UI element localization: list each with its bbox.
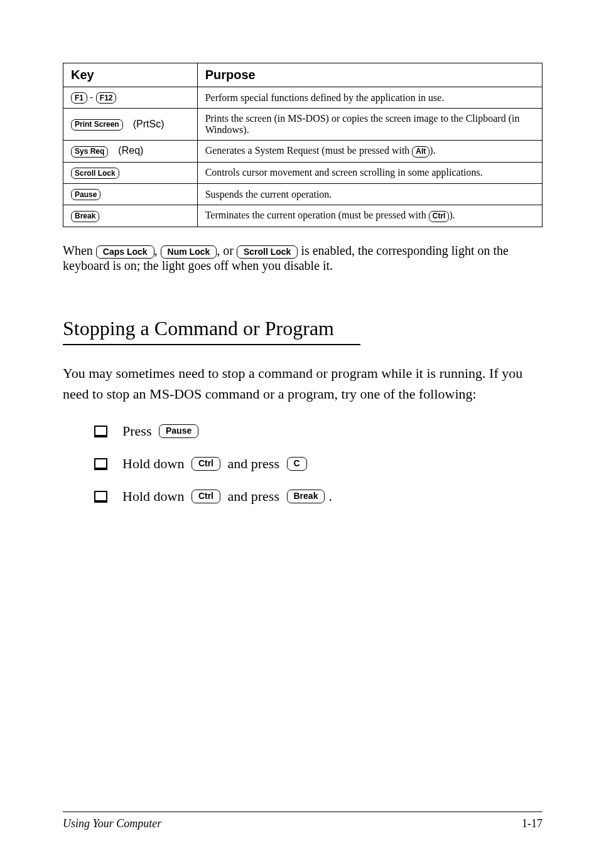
- list-item: Hold down Ctrl and press C: [63, 456, 542, 472]
- key-cell: Scroll Lock: [63, 162, 198, 183]
- section-body: You may sometimes need to stop a command…: [63, 363, 542, 404]
- list-item: Hold down Ctrl and press Break.: [63, 488, 542, 505]
- table-row: Scroll Lock Controls cursor movement and…: [63, 162, 542, 183]
- keycap-pause: Pause: [159, 424, 198, 438]
- bullet-pre: Hold down: [122, 456, 188, 472]
- section-heading: Stopping a Command or Program: [63, 317, 360, 345]
- keycap-f1: F1: [71, 92, 87, 104]
- bullet-mid: and press: [224, 456, 283, 472]
- bullet-text: Press Pause: [122, 423, 202, 439]
- col-header-purpose: Purpose: [197, 63, 542, 87]
- keycap-c: C: [287, 457, 307, 471]
- keycap-ctrl: Ctrl: [429, 211, 450, 222]
- keycap-num-lock: Num Lock: [161, 245, 217, 259]
- keycap-ctrl: Ctrl: [192, 457, 220, 471]
- keycap-break: Break: [287, 490, 325, 503]
- key-extra: (Req): [118, 145, 143, 156]
- table-row: F1 - F12 Perform special functions defin…: [63, 87, 542, 109]
- key-cell: Break: [63, 205, 198, 227]
- keycap-scroll-lock: Scroll Lock: [71, 168, 119, 179]
- desc-cell: Controls cursor movement and screen scro…: [197, 162, 542, 183]
- desc-cell: Generates a System Request (must be pres…: [197, 141, 542, 163]
- bullet-icon: [94, 426, 107, 437]
- table-header-row: Key Purpose: [63, 63, 542, 87]
- keycap-print-screen: Print Screen: [71, 119, 123, 131]
- bullet-pre: Press: [122, 423, 155, 439]
- table-row: Print Screen (PrtSc) Prints the screen (…: [63, 109, 542, 141]
- key-cell: Pause: [63, 184, 198, 205]
- note-pre: When: [63, 244, 96, 257]
- page-footer: Using Your Computer 1-17: [63, 812, 542, 830]
- desc-cell: Terminates the current operation (must b…: [197, 205, 542, 227]
- keycap-scroll-lock: Scroll Lock: [237, 245, 298, 259]
- desc-text-post: ).: [449, 210, 455, 220]
- note-sep2: , or: [217, 244, 237, 257]
- bullet-icon: [94, 491, 107, 503]
- desc-text-pre: Terminates the current operation (must b…: [205, 210, 429, 220]
- note-sep1: ,: [154, 244, 161, 257]
- keycap-break: Break: [71, 211, 99, 222]
- key-cell: F1 - F12: [63, 87, 198, 109]
- key-separator: -: [90, 92, 96, 102]
- page: Key Purpose F1 - F12 Perform special fun…: [0, 0, 599, 868]
- desc-text-pre: Generates a System Request (must be pres…: [205, 145, 413, 156]
- keycap-caps-lock: Caps Lock: [96, 245, 154, 259]
- bullet-icon: [94, 458, 107, 470]
- bullet-list: Press Pause Hold down Ctrl and press C H…: [63, 423, 542, 505]
- list-item: Press Pause: [63, 423, 542, 439]
- table-row: Sys Req (Req) Generates a System Request…: [63, 141, 542, 163]
- keycap-f12: F12: [96, 92, 117, 104]
- key-cell: Sys Req (Req): [63, 141, 198, 163]
- keycap-ctrl: Ctrl: [192, 490, 220, 503]
- footer-left: Using Your Computer: [63, 817, 161, 830]
- desc-cell: Prints the screen (in MS-DOS) or copies …: [197, 109, 542, 141]
- keycap-pause: Pause: [71, 189, 100, 200]
- desc-cell: Suspends the current operation.: [197, 184, 542, 205]
- key-cell: Print Screen (PrtSc): [63, 109, 198, 141]
- bullet-text: Hold down Ctrl and press C: [122, 456, 311, 472]
- table-row: Pause Suspends the current operation.: [63, 184, 542, 205]
- col-header-key: Key: [63, 63, 198, 87]
- note-paragraph: When Caps Lock, Num Lock, or Scroll Lock…: [63, 244, 542, 273]
- footer-right: 1-17: [522, 817, 542, 830]
- keycap-alt: Alt: [412, 146, 429, 158]
- key-extra: (PrtSc): [133, 119, 165, 129]
- bullet-mid: and press: [224, 488, 283, 505]
- desc-cell: Perform special functions defined by the…: [197, 87, 542, 109]
- desc-text-post: ).: [429, 145, 435, 156]
- keys-table: Key Purpose F1 - F12 Perform special fun…: [63, 63, 542, 227]
- bullet-text: Hold down Ctrl and press Break.: [122, 488, 332, 505]
- table-row: Break Terminates the current operation (…: [63, 205, 542, 227]
- keycap-sys-req: Sys Req: [71, 146, 108, 158]
- bullet-pre: Hold down: [122, 488, 188, 505]
- bullet-post: .: [328, 488, 332, 505]
